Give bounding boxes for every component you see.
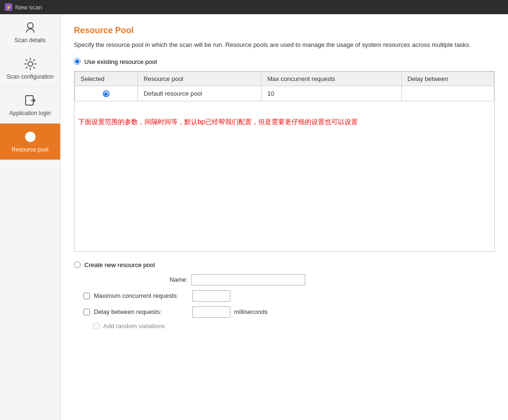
row-selected-cell[interactable] [75,86,138,101]
delay-row: Delay between requests: milliseconds [83,306,495,318]
add-random-row: Add random variations [93,322,495,330]
resource-pool-table-wrapper: Selected Resource pool Max concurrent re… [74,71,495,252]
scan-details-icon [24,21,37,34]
row-delay-cell [401,86,494,101]
add-random-label: Add random variations [103,322,165,330]
col-delay-between: Delay between [401,71,494,86]
app-icon: ⚡ [5,3,12,11]
table-inner: Selected Resource pool Max concurrent re… [74,71,494,251]
col-selected: Selected [75,71,138,86]
row-max-concurrent-cell: 10 [262,86,402,101]
gear-icon [24,57,37,71]
topbar-title: New scan [15,4,42,11]
sidebar-item-application-login[interactable]: Application login [0,87,60,124]
svg-point-0 [27,23,33,28]
sidebar-item-scan-config-label: Scan configuration [7,73,54,80]
use-existing-radio-option[interactable]: Use existing resource pool [74,58,495,65]
topbar: ⚡ New scan [0,0,508,14]
table-row[interactable]: Default resource pool 10 [75,86,494,101]
chinese-annotation: 下面设置范围的参数，间隔时间等，默认bp已经帮我们配置，但是需要更仔细的设置也可… [74,109,494,131]
selected-radio-indicator [103,90,109,97]
sidebar-item-scan-details-label: Scan details [15,37,45,44]
resource-pool-table: Selected Resource pool Max concurrent re… [74,71,494,102]
name-row: Name: [83,274,495,286]
page-description: Specify the resource pool in which the s… [74,40,495,50]
name-label: Name: [83,276,188,283]
name-input[interactable] [191,274,305,286]
sidebar-item-app-login-label: Application login [9,110,51,116]
main-layout: Scan details Scan configuration Applicat… [0,14,508,420]
resource-pool-icon [24,130,37,143]
use-existing-label: Use existing resource pool [84,58,157,65]
col-max-concurrent: Max concurrent requests [262,71,402,86]
content-area: Resource Pool Specify the resource pool … [61,14,508,420]
milliseconds-label: milliseconds [234,308,268,315]
sidebar-item-resource-pool[interactable]: Resource pool [0,124,60,160]
sidebar: Scan details Scan configuration Applicat… [0,14,61,420]
login-icon [24,94,37,107]
sidebar-item-scan-configuration[interactable]: Scan configuration [0,51,60,87]
page-title: Resource Pool [74,26,495,36]
delay-checkbox[interactable] [83,309,90,315]
sidebar-item-resource-pool-label: Resource pool [12,146,48,153]
max-concurrent-label: Maximum concurrent requests: [94,292,189,299]
use-existing-radio[interactable] [74,58,81,65]
delay-label: Delay between requests: [94,308,189,315]
max-concurrent-input[interactable] [192,290,230,302]
add-random-checkbox[interactable] [93,322,100,329]
create-new-label: Create new resource pool [84,261,155,268]
max-concurrent-checkbox[interactable] [83,293,90,299]
delay-input[interactable] [192,306,230,318]
max-concurrent-row: Maximum concurrent requests: [83,290,495,302]
col-resource-pool: Resource pool [137,71,261,86]
sidebar-item-scan-details[interactable]: Scan details [0,14,60,51]
create-new-section: Create new resource pool Name: Maximum c… [74,261,495,330]
row-resource-pool-cell: Default resource pool [137,86,261,101]
create-new-radio[interactable] [74,261,81,268]
create-new-radio-option[interactable]: Create new resource pool [74,261,495,268]
